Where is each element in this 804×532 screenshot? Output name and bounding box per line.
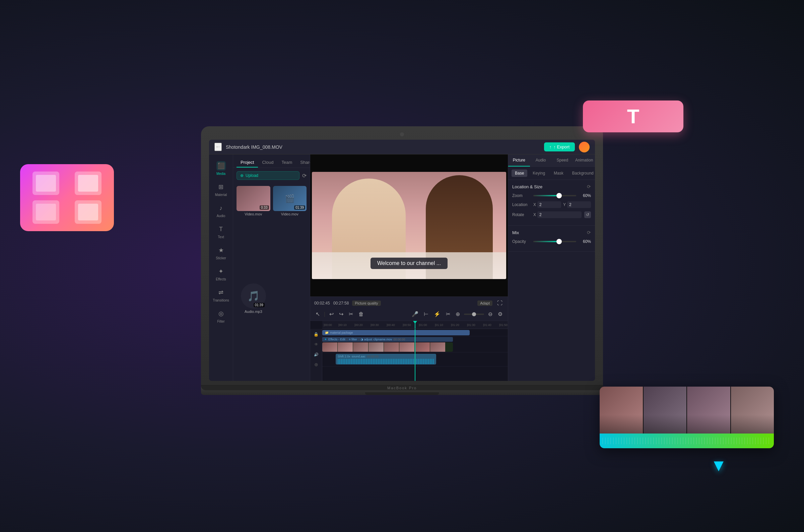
sidebar-item-material[interactable]: ⊞ Material [211,179,231,200]
mic-button[interactable]: 🎤 [410,309,420,319]
track-audio-icon[interactable]: 🔊 [312,350,320,359]
opacity-slider[interactable] [533,241,576,242]
time-bar: 00:02:45 00:27:58 Picture quality Adapt … [314,299,504,307]
tab-cloud[interactable]: Cloud [258,158,277,168]
tab-animation[interactable]: Animation [573,154,595,167]
sub-tab-background[interactable]: Background [569,170,595,177]
reset-mix-icon[interactable]: ⟳ [587,230,591,235]
filter-label[interactable]: ≡ filter [349,338,357,341]
sidebar-label-text: Text [218,235,224,239]
media-item-video2[interactable]: 🎬 01:39 Video.mov [273,186,307,281]
zoom-in-btn[interactable]: ⊕ [454,309,461,319]
filmstrip-cell-1 [33,172,59,195]
settings-button[interactable]: ⚙ [496,309,504,319]
mix-section: Mix ⟳ Opacity 60% [508,226,595,252]
location-y-field[interactable]: Y 2 [563,201,591,208]
sidebar-item-transitions[interactable]: ⇌ Transitions [211,285,231,305]
delete-button[interactable]: 🗑 [357,309,365,318]
floating-preview-filmstrip [600,386,774,448]
tab-audio[interactable]: Audio [530,154,552,167]
tab-project[interactable]: Project [236,158,258,168]
redo-button[interactable]: ↪ [338,309,345,319]
tab-speed[interactable]: Speed [552,154,574,167]
material-package-label: material package [330,331,353,334]
fullscreen-button[interactable]: ⛶ [496,299,504,307]
sidebar-item-audio[interactable]: ♪ Audio [211,201,231,221]
trim-button[interactable]: ✂ [444,309,452,319]
rotate-icon[interactable]: ↺ [584,211,591,218]
adapt-button[interactable]: Adapt [477,301,493,306]
location-x-field[interactable]: X 2 [533,201,561,208]
cursor-pointer: ▼ [710,456,727,475]
floating-filmstrip [20,164,114,231]
user-avatar[interactable] [579,141,590,152]
sidebar-label-filter: Filter [217,320,225,323]
filter-icon: ◎ [216,309,226,318]
rotate-label: Rotate [512,212,531,217]
section-title-location: Location & Size [512,184,542,189]
sub-tab-mask[interactable]: Mask [550,170,567,177]
tab-team[interactable]: Team [277,158,296,168]
sidebar-label-media: Media [216,172,226,175]
sidebar-item-effects[interactable]: ✦ Effects [211,264,231,284]
text-badge-icon: T [627,105,639,128]
rotate-control: Rotate X 2 ↺ [512,211,591,218]
sub-tab-base[interactable]: Base [512,170,527,177]
video-frame: Welcome to our channel ... [312,172,506,279]
material-track-row: 📁 material package [322,329,508,336]
split-button[interactable]: ⊢ [422,309,430,319]
back-button[interactable]: ← [214,143,222,151]
media-toolbar: ⊕ Upload ⟳ [233,168,310,183]
sub-tab-keying[interactable]: Keying [529,170,549,177]
sticker-icon: ★ [216,246,226,255]
quality-badge[interactable]: Picture quality [352,301,381,306]
location-x-value: 2 [537,201,561,208]
track-plus-icon[interactable]: ⊕ [312,360,320,368]
opacity-value: 60% [579,239,591,244]
right-tabs: Picture Audio Speed Animation [508,154,595,167]
tab-picture[interactable]: Picture [508,154,530,167]
sidebar-item-sticker[interactable]: ★ Sticker [211,243,231,263]
upload-button[interactable]: ⊕ Upload [236,171,300,180]
export-icon: ↑ [550,145,552,149]
video-preview: Welcome to our channel ... [310,154,508,297]
rotate-x-field[interactable]: X 2 [533,211,581,218]
zoom-out-btn[interactable]: ⊖ [487,309,494,319]
upload-plus-icon: ⊕ [240,173,244,178]
media-tabs: Project Cloud Team Share [233,154,310,168]
speed-button[interactable]: ⚡ [433,309,442,319]
media-item-video1[interactable]: 0:33 Video.mov [236,186,270,281]
reset-location-icon[interactable]: ⟳ [587,184,591,189]
media-item-audio[interactable]: 🎵 01:39 Audio.mp3 [236,283,270,378]
location-label: Location [512,202,531,207]
refresh-icon[interactable]: ⟳ [302,172,307,178]
floating-text-badge: T [583,100,683,132]
laptop-camera [400,132,404,136]
export-button[interactable]: ↑ ↑ Export [544,142,575,151]
audio-track-row: Shift 2.0x sound.aac 00:00:00 [322,353,508,366]
filmstrip-cell-2 [75,172,101,195]
track-eye-icon[interactable]: 👁 [312,340,320,348]
sidebar-item-filter[interactable]: ◎ Filter [211,306,231,326]
effects-edit-label[interactable]: Effects - Edit [328,338,345,341]
media-label-video2: Video.mov [273,212,307,216]
undo-button[interactable]: ↩ [328,309,335,319]
transitions-icon: ⇌ [216,288,226,297]
text-icon: T [216,225,226,234]
sidebar-item-media[interactable]: ⬛ Media [211,158,231,178]
track-lock-icon[interactable]: 🔒 [312,330,320,338]
sidebar-label-sticker: Sticker [216,256,226,260]
filmstrip-cell-3 [33,200,59,224]
cursor-tool[interactable]: ↖ [314,309,321,319]
zoom-slider[interactable] [533,195,576,196]
sidebar-item-text[interactable]: T Text [211,222,231,242]
media-label-video1: Video.mov [236,212,270,216]
audio-track-name: sound.aac [352,355,366,358]
clip-name: clipname.mov [374,338,392,341]
cut-button[interactable]: ✂ [347,309,355,319]
adjust-label[interactable]: ◑ adjust [361,338,372,341]
current-time: 00:02:45 [314,301,330,306]
zoom-value: 60% [579,193,591,198]
video-subtitle: Welcome to our channel ... [370,258,447,269]
tab-share[interactable]: Share [296,158,310,168]
